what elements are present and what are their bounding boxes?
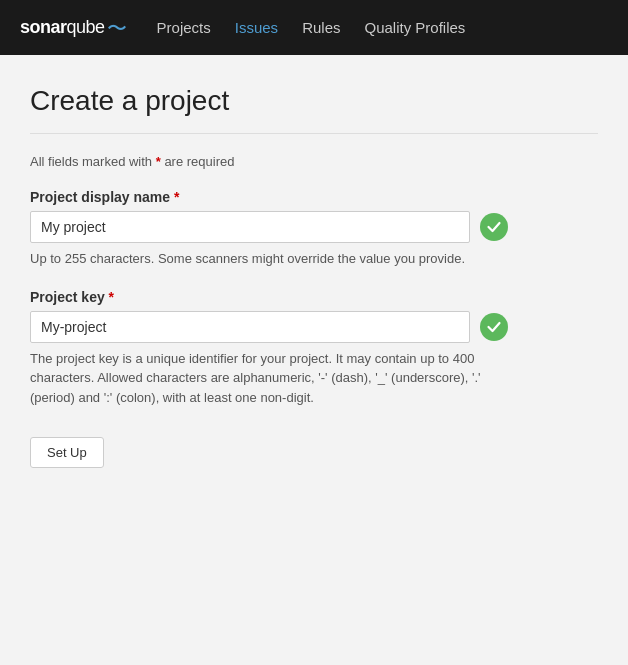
nav-projects[interactable]: Projects bbox=[157, 19, 211, 36]
display-name-hint: Up to 255 characters. Some scanners migh… bbox=[30, 249, 520, 269]
navbar: sonarqube 〜 Projects Issues Rules Qualit… bbox=[0, 0, 628, 55]
checkmark-icon bbox=[486, 219, 502, 235]
display-name-input[interactable] bbox=[30, 211, 470, 243]
divider bbox=[30, 133, 598, 134]
display-name-input-row bbox=[30, 211, 598, 243]
project-key-label: Project key * bbox=[30, 289, 598, 305]
project-key-input[interactable] bbox=[30, 311, 470, 343]
display-name-asterisk: * bbox=[174, 189, 179, 205]
logo-wave-icon: 〜 bbox=[107, 18, 127, 38]
checkmark-icon-2 bbox=[486, 319, 502, 335]
display-name-label-text: Project display name bbox=[30, 189, 170, 205]
display-name-label: Project display name * bbox=[30, 189, 598, 205]
project-key-valid-icon bbox=[480, 313, 508, 341]
display-name-group: Project display name * Up to 255 charact… bbox=[30, 189, 598, 269]
logo-thin: qube bbox=[67, 17, 105, 37]
project-key-input-row bbox=[30, 311, 598, 343]
main-content: Create a project All fields marked with … bbox=[0, 55, 628, 508]
display-name-valid-icon bbox=[480, 213, 508, 241]
page-title: Create a project bbox=[30, 85, 598, 117]
required-note: All fields marked with * are required bbox=[30, 154, 598, 169]
logo-text: sonarqube bbox=[20, 17, 105, 38]
project-key-hint: The project key is a unique identifier f… bbox=[30, 349, 520, 408]
nav-quality-profiles[interactable]: Quality Profiles bbox=[364, 19, 465, 36]
nav-issues[interactable]: Issues bbox=[235, 19, 278, 36]
required-note-text: All fields marked with bbox=[30, 154, 156, 169]
project-key-group: Project key * The project key is a uniqu… bbox=[30, 289, 598, 408]
logo-bold: sonar bbox=[20, 17, 67, 37]
logo: sonarqube 〜 bbox=[20, 17, 127, 38]
project-key-label-text: Project key bbox=[30, 289, 105, 305]
setup-button[interactable]: Set Up bbox=[30, 437, 104, 468]
project-key-asterisk: * bbox=[109, 289, 114, 305]
required-note-suffix: are required bbox=[161, 154, 235, 169]
nav-rules[interactable]: Rules bbox=[302, 19, 340, 36]
